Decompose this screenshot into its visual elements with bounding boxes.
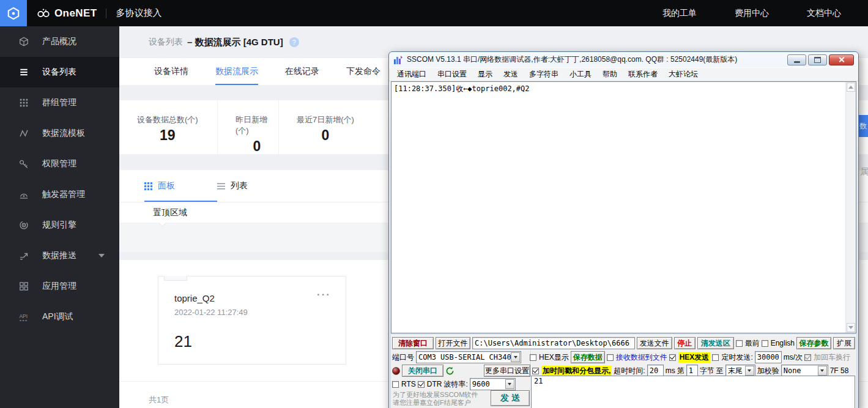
checkbox-label: 加时间戳和分包显示,: [541, 366, 612, 376]
timed-send-checkbox[interactable]: 定时发送:: [712, 352, 752, 363]
datastream-card[interactable]: ··· toprie_Q2 2022-01-22 11:27:49 21: [158, 276, 346, 365]
menu-tools[interactable]: 小工具: [564, 69, 597, 80]
close-button[interactable]: [829, 54, 854, 65]
receive-to-file-checkbox[interactable]: 接收数据到文件: [607, 352, 667, 363]
sidebar-item-product-overview[interactable]: 产品概况: [0, 26, 119, 57]
menu-send[interactable]: 发送: [498, 69, 524, 80]
maximize-button[interactable]: [808, 54, 827, 65]
stat-value: 19: [137, 127, 198, 144]
platform-logo-icon[interactable]: [0, 0, 27, 26]
stream-icon: [19, 128, 29, 138]
tab-datastream-display[interactable]: 数据流展示: [215, 58, 258, 85]
help-icon[interactable]: ?: [289, 37, 299, 47]
clear-send-area-button[interactable]: 清发送区: [697, 337, 734, 349]
checkbox-label: RTS: [401, 380, 416, 388]
timeout-input[interactable]: 20: [647, 365, 664, 377]
receive-area[interactable]: [11:28:37.350]收←◆toprie002,#Q2: [391, 81, 856, 333]
edge-side-tab[interactable]: 数: [858, 115, 868, 137]
dropdown-button[interactable]: [818, 366, 827, 376]
append-crlf-checkbox[interactable]: 加回车换行: [804, 352, 850, 363]
menu-help[interactable]: 帮助: [597, 69, 623, 80]
byte-prefix-label: 第: [677, 366, 684, 376]
topmost-checkbox[interactable]: 最前: [736, 338, 760, 349]
send-file-button[interactable]: 发送文件: [637, 337, 672, 349]
tab-online-record[interactable]: 在线记录: [285, 58, 319, 85]
card-more-menu[interactable]: ···: [317, 289, 331, 301]
more-port-settings-button[interactable]: 更多串口设置: [484, 365, 530, 377]
view-tab-label: 列表: [231, 180, 248, 191]
link-billing-center[interactable]: 费用中心: [735, 8, 769, 19]
english-checkbox[interactable]: English: [762, 339, 795, 347]
onenet-logo-icon: [37, 8, 50, 18]
tab-device-detail[interactable]: 设备详情: [154, 58, 188, 85]
checkbox-label: HEX发送: [678, 352, 711, 363]
menu-comm-port[interactable]: 通讯端口: [391, 69, 432, 80]
checksum-select[interactable]: None: [781, 365, 828, 377]
baud-select[interactable]: 9600: [470, 378, 516, 390]
interval-unit-label: ms/次: [784, 352, 803, 363]
sscom-titlebar[interactable]: SSCOM V5.13.1 串口/网络数据调试器,作者:大虾丁丁,2618058…: [389, 52, 858, 67]
stat-label: 设备数据总数(个): [137, 114, 198, 125]
menu-multi-string[interactable]: 多字符串: [524, 69, 564, 80]
checkbox-box: [392, 381, 399, 388]
refresh-ports-icon[interactable]: [445, 366, 454, 376]
port-select[interactable]: COM3 USB-SERIAL CH340: [416, 351, 521, 363]
hex-display-checkbox[interactable]: HEX显示: [530, 352, 569, 363]
send-text-area[interactable]: 21: [531, 376, 855, 408]
menu-forum[interactable]: 大虾论坛: [663, 69, 703, 80]
sidebar-item-api-debug[interactable]: API API调试: [0, 302, 119, 332]
hex-send-checkbox[interactable]: HEX发送: [669, 352, 711, 363]
sidebar-item-datastream-template[interactable]: 数据流模板: [0, 118, 119, 149]
chevron-down-icon: [98, 254, 105, 258]
save-data-button[interactable]: 保存数据: [571, 351, 605, 363]
sidebar-item-label: 设备列表: [42, 67, 76, 78]
send-button[interactable]: 发 送: [491, 390, 530, 406]
link-doc-center[interactable]: 文档中心: [807, 8, 841, 19]
sidebar-item-permission-management[interactable]: 权限管理: [0, 149, 119, 179]
sidebar-item-data-push[interactable]: 数据推送: [0, 240, 119, 271]
rts-checkbox[interactable]: RTS: [392, 380, 416, 388]
sscom-menubar: 通讯端口 串口设置 显示 发送 多字符串 小工具 帮助 联系作者 大虾论坛: [389, 67, 858, 81]
menu-contact-author[interactable]: 联系作者: [623, 69, 663, 80]
breadcrumb-prefix[interactable]: 设备列表: [149, 37, 183, 48]
view-tab-list[interactable]: 列表: [217, 170, 248, 202]
sidebar-item-app-management[interactable]: 应用管理: [0, 271, 119, 302]
checkbox-box: [607, 354, 614, 361]
stat-new-yesterday: 昨日新增(个) 0: [217, 100, 278, 154]
timestamp-packet-checkbox[interactable]: 加时间戳和分包显示,: [532, 366, 612, 376]
dropdown-button[interactable]: [511, 352, 520, 362]
sidebar-item-label: 产品概况: [42, 36, 76, 47]
dtr-checkbox[interactable]: DTR: [418, 380, 442, 388]
menu-serial-settings[interactable]: 串口设置: [432, 69, 472, 80]
clear-window-button[interactable]: 清除窗口: [392, 337, 434, 349]
stop-button[interactable]: 停止: [674, 337, 696, 349]
chevron-down-icon: [508, 383, 511, 385]
scroll-down-button[interactable]: [847, 323, 855, 332]
brand[interactable]: OneNET: [37, 7, 97, 20]
menu-display[interactable]: 显示: [472, 69, 498, 80]
minimize-button[interactable]: [787, 54, 806, 65]
sidebar-item-rule-engine[interactable]: 规则引擎: [0, 210, 119, 240]
save-params-button[interactable]: 保存参数: [796, 337, 831, 349]
file-path-input[interactable]: C:\Users\Administrator\Desktop\6666: [472, 337, 635, 349]
extend-button[interactable]: 扩展: [833, 337, 855, 349]
sidebar-item-device-list[interactable]: 设备列表: [0, 57, 119, 87]
scroll-up-button[interactable]: [847, 83, 855, 92]
receive-scrollbar[interactable]: [845, 82, 856, 333]
dropdown-button[interactable]: [745, 366, 754, 376]
sidebar-item-group-management[interactable]: 群组管理: [0, 87, 119, 118]
open-file-button[interactable]: 打开文件: [436, 337, 470, 349]
sidebar-item-trigger-management[interactable]: 触发器管理: [0, 179, 119, 210]
view-tab-panel[interactable]: 面板: [144, 170, 217, 202]
send-interval-input[interactable]: 30000: [755, 351, 782, 363]
stat-total-datastreams: 设备数据总数(个) 19: [119, 100, 217, 154]
tab-send-command[interactable]: 下发命令: [346, 58, 380, 85]
byte-from-input[interactable]: 1: [686, 365, 698, 377]
close-port-button[interactable]: 关闭串口: [402, 365, 443, 377]
link-my-tickets[interactable]: 我的工单: [662, 8, 697, 19]
checkbox-box: [736, 340, 743, 347]
to-select[interactable]: 末尾: [725, 365, 755, 377]
datastream-timestamp: 2022-01-22 11:27:49: [174, 308, 346, 317]
edge-clipped-text: 属: [860, 166, 868, 177]
dropdown-button[interactable]: [505, 379, 514, 389]
